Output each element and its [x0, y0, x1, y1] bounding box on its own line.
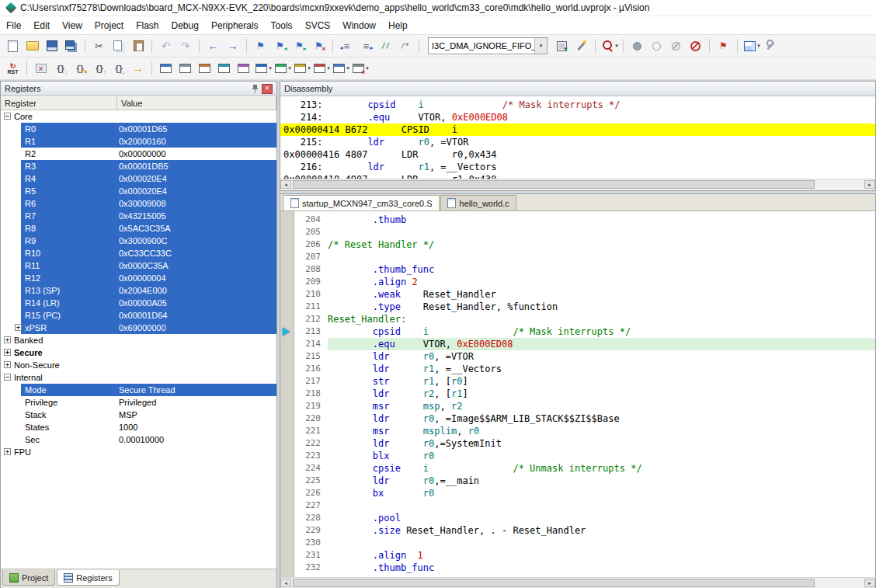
save-all-button[interactable]	[61, 37, 81, 54]
line-code[interactable]: .weak Reset_Handler	[328, 288, 875, 301]
breakpoint-margin[interactable]	[280, 437, 294, 450]
register-row-r2[interactable]: R20x00000000	[1, 148, 276, 160]
breakpoint-margin[interactable]	[280, 475, 294, 487]
navigate-forward-button[interactable]	[223, 37, 242, 54]
menu-item-window[interactable]: Window	[336, 18, 382, 33]
line-code[interactable]: blx r0	[328, 450, 875, 462]
expand-icon[interactable]: +	[15, 324, 22, 331]
uncomment-button[interactable]	[395, 37, 415, 54]
undo-button[interactable]	[156, 37, 176, 54]
breakpoint-margin[interactable]	[280, 313, 294, 325]
disassembly-line[interactable]: 213: cpsid i /* Mask interrupts */	[280, 99, 875, 111]
watch-windows-button[interactable]: ▾	[253, 60, 273, 77]
toggle-bookmark-button[interactable]	[251, 37, 270, 54]
line-code[interactable]: Reset_Handler:	[328, 313, 875, 325]
chevron-down-icon[interactable]: ▾	[366, 65, 369, 71]
step-button[interactable]	[50, 60, 70, 77]
breakpoint-margin[interactable]	[280, 412, 294, 425]
breakpoint-margin[interactable]	[280, 226, 294, 238]
comment-button[interactable]	[376, 37, 395, 54]
code-line[interactable]: 223 blx r0	[280, 450, 875, 462]
line-code[interactable]: ldr r0,=SystemInit	[328, 437, 875, 450]
breakpoint-margin[interactable]	[280, 524, 294, 537]
breakpoint-margin[interactable]	[280, 251, 294, 263]
expand-icon[interactable]: +	[4, 448, 11, 455]
breakpoint-margin[interactable]	[280, 288, 294, 301]
next-bookmark-button[interactable]	[290, 37, 309, 54]
navigate-back-button[interactable]	[203, 37, 223, 54]
register-row-r12[interactable]: R120x00000004	[1, 272, 276, 284]
register-value[interactable]: 0x00000A05	[119, 297, 167, 309]
breakpoint-margin[interactable]	[280, 462, 294, 475]
register-row-non-secure[interactable]: +Non-Secure	[1, 359, 276, 371]
register-value[interactable]: 0x20000160	[119, 135, 166, 148]
breakpoint-margin[interactable]	[280, 537, 294, 549]
breakpoint-margin[interactable]	[280, 238, 294, 251]
breakpoint-margin[interactable]	[280, 388, 294, 400]
line-code[interactable]	[328, 226, 875, 238]
editor-hscrollbar[interactable]: ◄ ►	[280, 577, 875, 588]
line-code[interactable]: bx r0	[328, 487, 875, 499]
current-line-code[interactable]: .equ VTOR, 0xE000ED08	[328, 338, 875, 350]
step-over-button[interactable]	[70, 60, 89, 77]
chevron-down-icon[interactable]: ▾	[269, 65, 272, 71]
menu-item-tools[interactable]: Tools	[265, 18, 299, 33]
code-line[interactable]: 206/* Reset Handler */	[280, 238, 875, 251]
register-row-banked[interactable]: +Banked	[1, 334, 276, 346]
register-value[interactable]: 0x00001D64	[119, 309, 167, 322]
register-row-r8[interactable]: R80x5AC3C35A	[1, 222, 276, 235]
start-stop-debug-button[interactable]: ▾	[600, 37, 619, 54]
code-line[interactable]: 220 ldr r0, =Image$$ARM_LIB_STACK$$ZI$$B…	[280, 412, 875, 425]
code-line[interactable]: 210 .weak Reset_Handler	[280, 288, 875, 301]
line-code[interactable]: /* Reset Handler */	[328, 238, 875, 251]
code-line[interactable]: 216 ldr r1, =__Vectors	[280, 363, 875, 375]
code-line[interactable]: 228 .pool	[280, 512, 875, 524]
show-current-statement-button[interactable]	[714, 37, 733, 54]
expand-icon[interactable]: +	[4, 349, 11, 356]
breakpoint-margin[interactable]	[280, 325, 294, 338]
breakpoint-margin[interactable]	[280, 214, 294, 226]
new-file-button[interactable]	[3, 37, 23, 54]
chevron-down-icon[interactable]: ▾	[534, 38, 547, 54]
window-layout-button[interactable]: ▾	[742, 37, 761, 54]
register-value[interactable]: 0x00001D65	[119, 123, 167, 135]
step-out-button[interactable]	[89, 60, 109, 77]
register-row-core[interactable]: −Core	[1, 110, 276, 123]
menu-item-peripherals[interactable]: Peripherals	[205, 18, 265, 33]
cut-button[interactable]	[89, 37, 109, 54]
target-options-button[interactable]	[572, 37, 591, 54]
code-line[interactable]: 226 bx r0	[280, 487, 875, 499]
line-code[interactable]: .size Reset_Handler, . - Reset_Handler	[328, 524, 875, 537]
breakpoint-margin[interactable]	[280, 487, 294, 499]
register-row-r14-lr[interactable]: R14 (LR)0x00000A05	[1, 297, 276, 309]
breakpoint-margin[interactable]	[280, 512, 294, 524]
register-row-sec[interactable]: Sec0.00010000	[1, 433, 276, 446]
chevron-down-icon[interactable]: ▾	[615, 43, 618, 49]
code-line[interactable]: 215 ldr r0, =VTOR	[280, 350, 875, 363]
run-to-cursor-button[interactable]	[109, 60, 128, 77]
line-code[interactable]: .align 1	[328, 549, 875, 562]
code-line[interactable]: 225 ldr r0,=__main	[280, 475, 875, 487]
line-code[interactable]: cpsie i /* Unmask interrupts */	[328, 462, 875, 475]
paste-button[interactable]	[128, 37, 148, 54]
editor-body[interactable]: 204 .thumb205206/* Reset Handler */20720…	[280, 211, 875, 577]
disassembly-line[interactable]: 216: ldr r1, =__Vectors	[280, 161, 875, 173]
redo-button[interactable]	[176, 37, 195, 54]
menu-item-file[interactable]: File	[0, 18, 27, 33]
register-value[interactable]: 0x30009008	[119, 197, 166, 210]
collapse-icon[interactable]: −	[4, 113, 11, 120]
register-row-r15-pc[interactable]: R15 (PC)0x00001D64	[1, 309, 276, 322]
register-row-r11[interactable]: R110x0000C35A	[1, 259, 276, 272]
register-value[interactable]: 1000	[119, 421, 137, 433]
line-code[interactable]: ldr r0, =VTOR	[328, 350, 875, 363]
collapse-icon[interactable]: −	[4, 374, 11, 381]
scroll-right-icon[interactable]: ►	[864, 180, 875, 189]
editor-hscroll-thumb[interactable]	[293, 579, 815, 587]
register-row-r9[interactable]: R90x3000900C	[1, 235, 276, 247]
register-row-r0[interactable]: R00x00001D65	[1, 123, 276, 135]
close-icon[interactable]: ×	[262, 84, 273, 94]
scroll-left-icon[interactable]: ◄	[280, 579, 291, 587]
register-row-r13-sp[interactable]: R13 (SP)0x2004E000	[1, 284, 276, 297]
disassembly-line[interactable]: 215: ldr r0, =VTOR	[280, 136, 875, 148]
register-value[interactable]: MSP	[119, 409, 137, 421]
